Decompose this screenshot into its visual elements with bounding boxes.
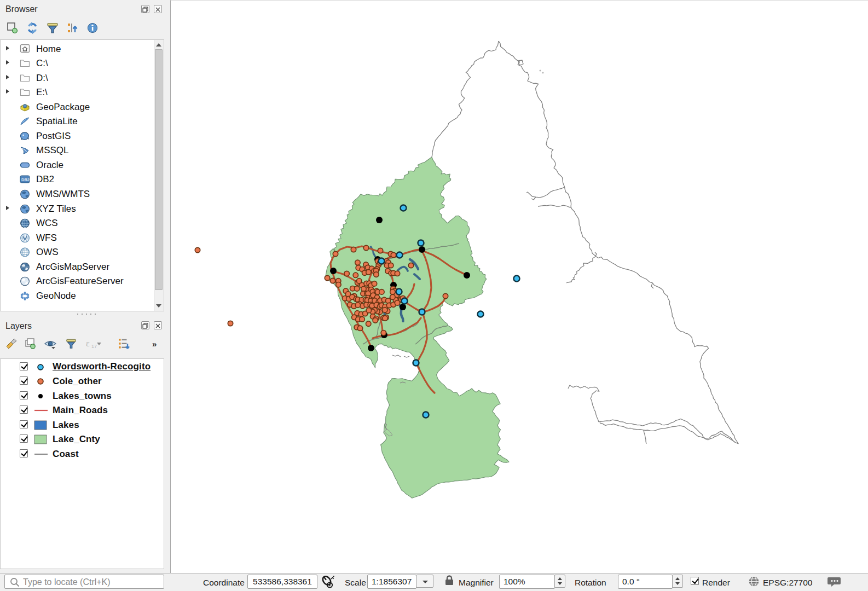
svg-text:ε: ε bbox=[86, 339, 90, 348]
svg-text:DB2: DB2 bbox=[21, 177, 30, 182]
svg-text:17: 17 bbox=[91, 344, 97, 349]
